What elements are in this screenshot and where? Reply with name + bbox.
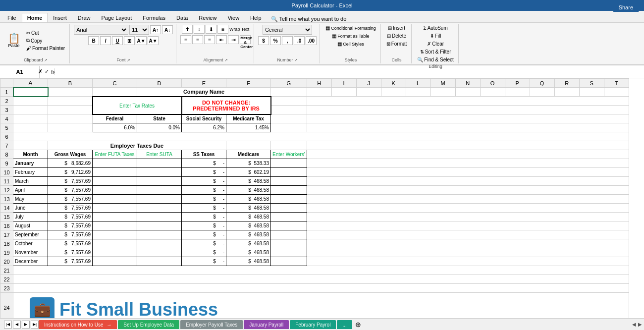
cell-E19-ss[interactable]: $ - <box>182 248 226 257</box>
cell-S1[interactable] <box>579 88 604 97</box>
cell-A20-dec[interactable]: December <box>13 257 48 266</box>
tab-home[interactable]: Home <box>22 13 48 22</box>
cell-C10[interactable] <box>93 168 137 177</box>
cell-B15-jul-wages[interactable]: $ 7,557.69 <box>48 213 93 221</box>
cell-G5[interactable] <box>271 123 307 132</box>
cell-A3[interactable] <box>13 106 48 114</box>
cut-button[interactable]: ✂ Cut <box>25 30 66 36</box>
cell-F7[interactable] <box>226 141 271 150</box>
paste-button[interactable]: 📋 Paste <box>5 32 23 49</box>
find-select-button[interactable]: 🔍 Find & Select <box>416 56 455 63</box>
cell-G20[interactable] <box>271 257 307 266</box>
cell-D8-suta[interactable]: Enter SUTA <box>137 150 182 159</box>
border-button[interactable]: ⊞ <box>124 36 135 45</box>
copy-button[interactable]: ⧉ Copy <box>25 37 66 44</box>
cell-F13-medicare[interactable]: $ 468.58 <box>226 195 271 204</box>
cell-A15-jul[interactable]: July <box>13 213 48 221</box>
cell-B13-may-wages[interactable]: $ 7,557.69 <box>48 195 93 204</box>
cell-E10-ss[interactable]: $ - <box>182 168 226 177</box>
cell-H8-empty[interactable] <box>307 150 629 159</box>
cell-A17-sep[interactable]: September <box>13 230 48 239</box>
cell-D20[interactable] <box>137 257 182 266</box>
cell-H10-empty[interactable] <box>307 168 629 177</box>
cell-G8-workers[interactable]: Enter Workers' <box>271 150 307 159</box>
cell-F14-medicare[interactable]: $ 468.58 <box>226 204 271 213</box>
cell-I1[interactable] <box>331 88 356 97</box>
cell-F4-medicare[interactable]: Medicare Tax <box>226 114 271 123</box>
cell-B7-employer-title[interactable]: Employer Taxes Due <box>48 141 226 150</box>
underline-button[interactable]: U <box>112 36 123 45</box>
cell-R1[interactable] <box>554 88 579 97</box>
increase-decimal-button[interactable]: .00 <box>306 36 317 45</box>
cell-F16-medicare[interactable]: $ 468.58 <box>226 221 271 230</box>
cell-H2-empty[interactable] <box>307 97 629 106</box>
cell-F18-medicare[interactable]: $ 468.58 <box>226 239 271 248</box>
cell-H11-empty[interactable] <box>307 177 629 186</box>
add-sheet-button[interactable]: ⊕ <box>353 320 363 330</box>
cell-E15-ss[interactable]: $ - <box>182 213 226 221</box>
cell-F17-medicare[interactable]: $ 468.58 <box>226 230 271 239</box>
cell-H4-empty[interactable] <box>307 114 629 123</box>
tab-draw[interactable]: Draw <box>72 13 96 22</box>
cell-G14[interactable] <box>271 204 307 213</box>
cell-C14[interactable] <box>93 204 137 213</box>
cell-G9[interactable] <box>271 159 307 168</box>
increase-indent-button[interactable]: ⇥ <box>228 35 239 44</box>
sheet-tab-february[interactable]: February Payrol <box>290 320 336 329</box>
cell-E11-ss[interactable]: $ - <box>182 177 226 186</box>
cell-G4[interactable] <box>271 114 307 123</box>
cell-D9[interactable] <box>137 159 182 168</box>
cell-B20-dec-wages[interactable]: $ 7,557.69 <box>48 257 93 266</box>
cell-D18[interactable] <box>137 239 182 248</box>
cell-F9-medicare[interactable]: $ 538.33 <box>226 159 271 168</box>
cell-F19-medicare[interactable]: $ 468.58 <box>226 248 271 257</box>
cell-G16[interactable] <box>271 221 307 230</box>
cell-C17[interactable] <box>93 230 137 239</box>
tab-formulas[interactable]: Formulas <box>137 13 171 22</box>
fill-button[interactable]: ⬇ Fill <box>429 33 443 39</box>
cell-F11-medicare[interactable]: $ 468.58 <box>226 177 271 186</box>
cancel-formula-icon[interactable]: ✗ <box>38 68 43 75</box>
decrease-indent-button[interactable]: ⇤ <box>216 35 227 44</box>
cell-H15-empty[interactable] <box>307 213 629 221</box>
cell-A12-apr[interactable]: April <box>13 186 48 195</box>
cell-C8-futa[interactable]: Enter FUTA Taxes <box>93 150 137 159</box>
cell-ref-box[interactable]: A1 <box>0 66 40 78</box>
cell-D10[interactable] <box>137 168 182 177</box>
cell-A9-jan[interactable]: January <box>13 159 48 168</box>
cell-B16-aug-wages[interactable]: $ 7,557.69 <box>48 221 93 230</box>
increase-font-size-btn[interactable]: A↑ <box>150 25 161 34</box>
cell-B18-oct-wages[interactable]: $ 7,557.69 <box>48 239 93 248</box>
cell-H19-empty[interactable] <box>307 248 629 257</box>
font-color-button[interactable]: A▼ <box>148 36 159 45</box>
cell-G15[interactable] <box>271 213 307 221</box>
cell-A13-may[interactable]: May <box>13 195 48 204</box>
align-center-button[interactable]: ≡ <box>192 35 203 44</box>
cell-P1[interactable] <box>505 88 530 97</box>
cell-D14[interactable] <box>137 204 182 213</box>
cell-G10[interactable] <box>271 168 307 177</box>
cell-A18-oct[interactable]: October <box>13 239 48 248</box>
font-name-select[interactable]: Arial <box>74 25 128 35</box>
cell-C15[interactable] <box>93 213 137 221</box>
cell-A19-nov[interactable]: November <box>13 248 48 257</box>
cell-E13-ss[interactable]: $ - <box>182 195 226 204</box>
cell-E8-sstaxes[interactable]: SS Taxes <box>182 150 226 159</box>
cell-A1[interactable] <box>13 88 48 97</box>
cell-B10-feb-wages[interactable]: $ 9,712.69 <box>48 168 93 177</box>
tab-file[interactable]: File <box>2 13 22 22</box>
cell-D13[interactable] <box>137 195 182 204</box>
cell-H1[interactable] <box>307 88 331 97</box>
cell-Q1[interactable] <box>530 88 554 97</box>
sort-filter-button[interactable]: ⇅ Sort & Filter <box>419 49 453 55</box>
cell-K1[interactable] <box>381 88 406 97</box>
cell-M1[interactable] <box>430 88 455 97</box>
cell-E2-donotchange[interactable]: DO NOT CHANGE: PREDETERMINED BY IRS <box>182 97 271 114</box>
cell-B19-nov-wages[interactable]: $ 7,557.69 <box>48 248 93 257</box>
cell-A7[interactable] <box>13 141 48 150</box>
cell-E4-ss[interactable]: Social Security <box>182 114 226 123</box>
grid-wrapper[interactable]: A B C D E F G H I J K L M N O <box>0 78 644 318</box>
cell-D12[interactable] <box>137 186 182 195</box>
cell-B17-sep-wages[interactable]: $ 7,557.69 <box>48 230 93 239</box>
cell-C9[interactable] <box>93 159 137 168</box>
